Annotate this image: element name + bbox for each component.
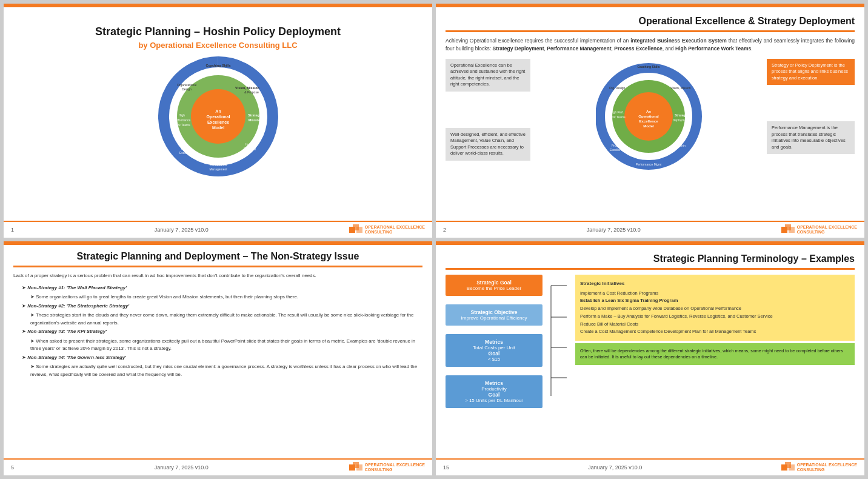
slide1-content: Strategic Planning – Hoshin Policy Deplo… bbox=[4, 7, 432, 221]
svg-text:Operational: Operational bbox=[206, 115, 230, 119]
slide1-brand: Operational Excellence Consulting LLC bbox=[150, 41, 297, 50]
slide3-body: ➤ Non-Strategy #1: 'The Wall Placard Str… bbox=[13, 284, 422, 378]
svg-text:Performance Mgmt: Performance Mgmt bbox=[635, 162, 661, 166]
slide2-right-box-2: Performance Management is the process th… bbox=[767, 121, 855, 154]
slide4-obj-box: Strategic Objective Improve Operational … bbox=[446, 304, 542, 326]
svg-text:Organizational: Organizational bbox=[176, 83, 196, 87]
svg-text:Operational: Operational bbox=[638, 115, 659, 118]
footer-logo-text-4: OPERATIONAL EXCELLENCE CONSULTING bbox=[797, 463, 857, 473]
slide3-orange-bar bbox=[13, 266, 422, 267]
svg-text:Management: Management bbox=[209, 167, 227, 171]
slide4-initiatives-box: Strategic Initiatives Implement a Cost R… bbox=[575, 275, 855, 341]
slide-4: Strategic Planning Terminology – Example… bbox=[436, 241, 864, 475]
svg-text:Work Teams: Work Teams bbox=[173, 123, 190, 127]
slide2-left-boxes: Operational Excellence can be achieved a… bbox=[446, 59, 530, 161]
slide3-item-1-sub: ➤ Some organizations will go to great le… bbox=[30, 293, 422, 301]
slide2-footer-num: 2 bbox=[443, 227, 446, 233]
slide2-box-1: Operational Excellence can be achieved a… bbox=[446, 59, 530, 92]
slide3-item-4-sub: ➤ Some strategies are actually quite wel… bbox=[30, 363, 422, 378]
slide4-metrics-label2: Metrics bbox=[450, 380, 538, 386]
slide1-subtitle-prefix: by bbox=[138, 41, 150, 50]
slide4-title: Strategic Planning Terminology – Example… bbox=[446, 251, 855, 264]
slide4-goal-metric2: Goal bbox=[450, 392, 538, 398]
slide4-goal-value: Become the Price Leader bbox=[450, 286, 538, 291]
svg-text:Coaching Skills: Coaching Skills bbox=[205, 64, 230, 67]
svg-text:Excellence: Excellence bbox=[179, 151, 193, 155]
svg-text:Model: Model bbox=[643, 124, 654, 128]
slide4-obj-value: Improve Operational Efficiency bbox=[450, 315, 538, 321]
slide3-item-3: ➤ Non-Strategy #3: 'The KPI Strategy' bbox=[22, 328, 422, 335]
svg-text:& Purpose: & Purpose bbox=[244, 90, 259, 94]
slide4-initiative-6: Create a Cost Management Competence Deve… bbox=[580, 328, 850, 336]
slide3-footer-date: January 7, 2025 v10.0 bbox=[155, 464, 209, 471]
slide3-item-1: ➤ Non-Strategy #1: 'The Wall Placard Str… bbox=[22, 284, 422, 292]
slide4-goal-metric2-value: > 15 Units per DL Manhour bbox=[450, 398, 538, 403]
svg-rect-25 bbox=[356, 227, 362, 233]
svg-text:Strategy: Strategy bbox=[674, 113, 686, 117]
footer-logo-3: OPERATIONAL EXCELLENCE CONSULTING bbox=[349, 462, 425, 473]
slide4-metrics-label1: Metrics bbox=[450, 339, 538, 345]
slide1-subtitle: by Operational Excellence Consulting LLC bbox=[13, 41, 422, 50]
svg-text:Design: Design bbox=[182, 87, 192, 91]
svg-text:Strategy: Strategy bbox=[247, 113, 261, 117]
slide4-initiatives-header: Strategic Initiatives bbox=[580, 280, 850, 288]
svg-text:Work Teams: Work Teams bbox=[609, 115, 626, 119]
slide2-intro: Achieving Operational Excellence require… bbox=[446, 37, 855, 53]
slide1-footer-num: 1 bbox=[11, 227, 14, 233]
slide4-initiative-3: Develop and implement a company-wide Dat… bbox=[580, 305, 850, 313]
slide2-box-2: Well-designed, efficient, and effective … bbox=[446, 128, 530, 161]
slide3-intro: Lack of a proper strategy is a serious p… bbox=[13, 272, 422, 280]
slide4-footer-date: January 7, 2025 v10.0 bbox=[588, 464, 642, 471]
oec-logo-icon-2 bbox=[781, 224, 795, 235]
slide4-initiative-1: Implement a Cost Reduction Programs bbox=[580, 290, 850, 298]
footer-logo-1: OPERATIONAL EXCELLENCE CONSULTING bbox=[349, 224, 425, 235]
slide1-footer-date: January 7, 2025 v10.0 bbox=[155, 227, 209, 233]
footer-logo-4: OPERATIONAL EXCELLENCE CONSULTING bbox=[781, 462, 857, 473]
slide4-initiative-4: Perform a Make – Buy Analysis for Forwar… bbox=[580, 313, 850, 321]
slide1-footer: 1 January 7, 2025 v10.0 OPERATIONAL EXCE… bbox=[4, 221, 432, 238]
svg-text:Vision, Mission: Vision, Mission bbox=[670, 86, 690, 90]
oec-logo-icon-1 bbox=[349, 224, 362, 235]
slide4-goal-metric-value: < $15 bbox=[450, 357, 538, 362]
slide4-metrics-value2: Productivity bbox=[450, 386, 538, 392]
svg-text:Excellence: Excellence bbox=[207, 120, 229, 124]
slide3-content: Strategic Planning and Deployment – The … bbox=[4, 245, 432, 458]
svg-text:Mission: Mission bbox=[248, 118, 261, 122]
svg-text:Excellence: Excellence bbox=[609, 148, 624, 152]
slide4-goal-metric: Goal bbox=[450, 350, 538, 357]
footer-logo-2: OPERATIONAL EXCELLENCE CONSULTING bbox=[781, 224, 857, 235]
slide4-left-column: Strategic Goal Become the Price Leader S… bbox=[446, 275, 542, 408]
svg-rect-57 bbox=[789, 464, 795, 471]
svg-text:Coaching Skills: Coaching Skills bbox=[637, 65, 659, 69]
svg-text:Performance: Performance bbox=[173, 118, 190, 122]
circular-diagram-svg: An Operational Excellence Model Coaching… bbox=[158, 56, 279, 177]
slide3-item-2: ➤ Non-Strategy #2: 'The Stratospheric St… bbox=[22, 303, 422, 310]
slide2-orange-bar bbox=[446, 30, 855, 32]
slide4-orange-bar bbox=[446, 268, 855, 270]
slide2-right-boxes: Strategy or Policy Deployment is the pro… bbox=[767, 59, 855, 155]
svg-rect-49 bbox=[356, 464, 362, 471]
slide2-circular-svg: An Operational Excellence Model Coaching… bbox=[596, 59, 702, 174]
slide4-main: Strategic Goal Become the Price Leader S… bbox=[446, 275, 855, 408]
slide4-footer-num: 15 bbox=[443, 464, 449, 471]
slide4-initiative-5: Reduce Bill of Material Costs bbox=[580, 321, 850, 329]
oec-logo-icon-4 bbox=[781, 462, 795, 473]
svg-text:Org. Design: Org. Design bbox=[609, 86, 625, 90]
svg-text:Excellence: Excellence bbox=[639, 119, 658, 123]
slide-2: Operational Excellence & Strategy Deploy… bbox=[436, 4, 864, 238]
slide3-footer-num: 5 bbox=[11, 464, 14, 471]
svg-text:High: High bbox=[178, 113, 185, 117]
svg-text:Hoshin: Hoshin bbox=[676, 144, 686, 147]
slide4-content: Strategic Planning Terminology – Example… bbox=[436, 245, 864, 458]
svg-text:Model: Model bbox=[212, 126, 224, 130]
slide3-title: Strategic Planning and Deployment – The … bbox=[13, 251, 422, 262]
slide4-metrics-box-2: Metrics Productivity Goal > 15 Units per… bbox=[446, 375, 542, 408]
slide4-metrics-value1: Total Costs per Unit bbox=[450, 345, 538, 350]
svg-text:An: An bbox=[215, 109, 221, 113]
slide2-diagram-area: Operational Excellence can be achieved a… bbox=[446, 59, 855, 174]
slide4-footer: 15 January 7, 2025 v10.0 OPERATIONAL EXC… bbox=[436, 458, 864, 475]
slide2-center-diagram: An Operational Excellence Model Coaching… bbox=[536, 59, 761, 174]
slide2-footer-date: January 7, 2025 v10.0 bbox=[587, 227, 641, 233]
connector-svg bbox=[550, 275, 568, 408]
slide2-content: Operational Excellence & Strategy Deploy… bbox=[436, 7, 864, 221]
